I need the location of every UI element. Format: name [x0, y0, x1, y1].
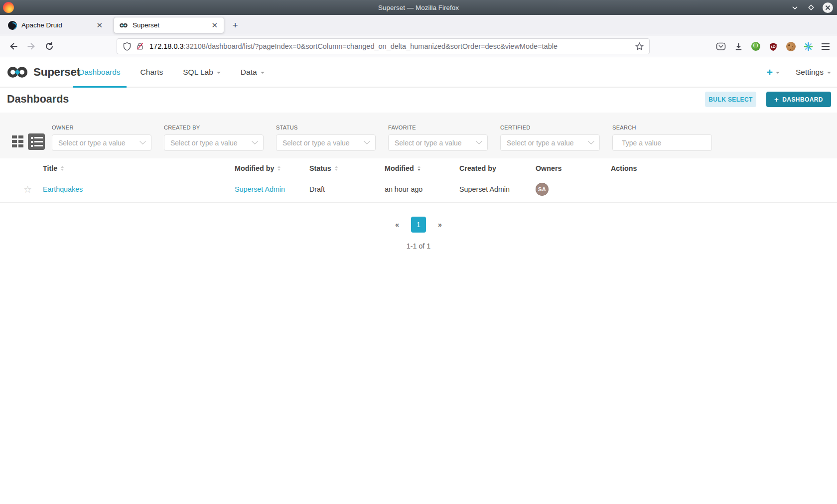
superset-navbar: Superset Dashboards Charts SQL Lab Data … [0, 57, 837, 88]
back-button[interactable] [6, 39, 21, 54]
extension-colorful-icon[interactable] [803, 41, 813, 51]
new-item-menu[interactable]: + [767, 66, 780, 78]
url-path: :32108/dashboard/list/?pageIndex=0&sortC… [184, 42, 558, 50]
certified-select[interactable]: Select or type a value [500, 134, 600, 151]
maximize-icon[interactable] [806, 2, 816, 12]
status-select[interactable]: Select or type a value [276, 134, 376, 151]
created-by-value: Superset Admin [459, 185, 510, 193]
filter-certified: CERTIFIED Select or type a value [500, 125, 600, 151]
column-label: Title [43, 164, 57, 172]
filter-status: STATUS Select or type a value [276, 125, 376, 151]
sort-icon [335, 166, 338, 171]
settings-menu[interactable]: Settings [796, 68, 831, 77]
insecure-lock-icon[interactable] [135, 41, 145, 51]
owner-avatar[interactable]: SA [536, 183, 549, 196]
cookie-extension-icon[interactable] [786, 41, 796, 51]
extension-green-icon[interactable] [751, 41, 761, 51]
modified-by-value[interactable]: Superset Admin [235, 185, 285, 193]
column-label: Modified [385, 164, 414, 172]
favorite-star-icon[interactable]: ☆ [23, 185, 32, 194]
chevron-down-icon [827, 72, 831, 74]
filter-created-by: CREATED BY Select or type a value [164, 125, 264, 151]
filter-bar: OWNER Select or type a value CREATED BY … [0, 113, 837, 158]
new-tab-button[interactable]: + [229, 19, 241, 31]
menu-icon[interactable] [821, 41, 831, 51]
superset-infinity-icon [6, 66, 29, 79]
bookmark-star-icon[interactable] [634, 41, 644, 51]
previous-page-button[interactable]: « [395, 221, 399, 229]
owner-select[interactable]: Select or type a value [52, 134, 151, 151]
tab-apache-druid[interactable]: Apache Druid ✕ [3, 17, 109, 33]
select-placeholder: Select or type a value [395, 139, 462, 147]
superset-favicon-icon [119, 21, 128, 30]
tab-close-icon[interactable]: ✕ [95, 21, 104, 30]
column-header-title[interactable]: Title [43, 164, 235, 172]
shield-icon[interactable] [122, 41, 132, 51]
browser-toolbar: 172.18.0.3:32108/dashboard/list/?pageInd… [0, 35, 837, 57]
sort-desc-icon [418, 166, 420, 171]
nav-item-label: Data [241, 68, 257, 77]
forward-button[interactable] [24, 39, 39, 54]
ublock-shield-icon[interactable] [768, 41, 778, 51]
nav-item-charts[interactable]: Charts [131, 57, 173, 87]
table-header-row: Title Modified by Status Modified Create… [0, 158, 837, 178]
nav-item-label: Dashboards [79, 68, 121, 77]
card-view-toggle[interactable] [12, 135, 23, 147]
nav-item-sql-lab[interactable]: SQL Lab [173, 57, 231, 87]
next-page-button[interactable]: » [438, 221, 442, 229]
column-label: Created by [459, 164, 496, 172]
column-label: Status [309, 164, 331, 172]
filter-label: CERTIFIED [500, 125, 600, 130]
column-header-modified[interactable]: Modified [385, 164, 459, 172]
pagination: « 1 » [0, 217, 837, 233]
tab-superset[interactable]: Superset ✕ [114, 17, 224, 33]
list-view-toggle[interactable] [28, 133, 45, 150]
new-dashboard-button[interactable]: + DASHBOARD [766, 92, 831, 107]
window-titlebar: Superset — Mozilla Firefox [0, 0, 837, 15]
settings-label: Settings [796, 68, 824, 77]
url-text: 172.18.0.3:32108/dashboard/list/?pageInd… [149, 42, 634, 50]
column-label: Modified by [235, 164, 274, 172]
new-dashboard-label: DASHBOARD [782, 96, 823, 103]
favorite-select[interactable]: Select or type a value [388, 134, 488, 151]
dashboard-link[interactable]: Earthquakes [43, 185, 83, 193]
filter-label: CREATED BY [164, 125, 264, 130]
chevron-down-icon [776, 72, 780, 74]
column-header-created-by: Created by [459, 164, 536, 172]
firefox-logo-icon [3, 2, 14, 13]
select-placeholder: Select or type a value [58, 139, 126, 147]
plus-icon: + [774, 95, 779, 104]
chevron-down-icon [252, 138, 258, 144]
nav-item-data[interactable]: Data [231, 57, 275, 87]
download-icon[interactable] [733, 41, 743, 51]
page-title: Dashboards [7, 93, 69, 106]
tab-close-icon[interactable]: ✕ [210, 21, 219, 30]
column-header-status[interactable]: Status [309, 164, 385, 172]
column-header-modified-by[interactable]: Modified by [235, 164, 309, 172]
minimize-icon[interactable] [790, 2, 800, 12]
select-placeholder: Select or type a value [170, 139, 238, 147]
tab-title: Apache Druid [21, 21, 95, 29]
druid-favicon-icon [8, 21, 17, 30]
dashboards-table: Title Modified by Status Modified Create… [0, 158, 837, 203]
pocket-icon[interactable] [716, 41, 726, 51]
status-value: Draft [309, 185, 325, 193]
bulk-select-button[interactable]: BULK SELECT [705, 92, 756, 107]
column-label: Actions [611, 164, 637, 172]
url-bar[interactable]: 172.18.0.3:32108/dashboard/list/?pageInd… [117, 38, 650, 54]
reload-button[interactable] [42, 39, 57, 54]
page-1-button[interactable]: 1 [411, 217, 426, 233]
nav-item-dashboards[interactable]: Dashboards [69, 57, 131, 87]
tab-bar: Apache Druid ✕ Superset ✕ + [0, 15, 837, 35]
column-header-actions: Actions [611, 164, 837, 172]
close-icon[interactable] [823, 2, 833, 13]
chevron-down-icon [140, 138, 146, 144]
filter-favorite: FAVORITE Select or type a value [388, 125, 488, 151]
plus-icon: + [767, 66, 773, 78]
filter-label: OWNER [52, 125, 151, 130]
created-by-select[interactable]: Select or type a value [164, 134, 264, 151]
url-domain: 172.18.0.3 [149, 42, 184, 50]
chevron-down-icon [588, 138, 594, 144]
filter-label: FAVORITE [388, 125, 488, 130]
search-input[interactable] [622, 139, 712, 147]
